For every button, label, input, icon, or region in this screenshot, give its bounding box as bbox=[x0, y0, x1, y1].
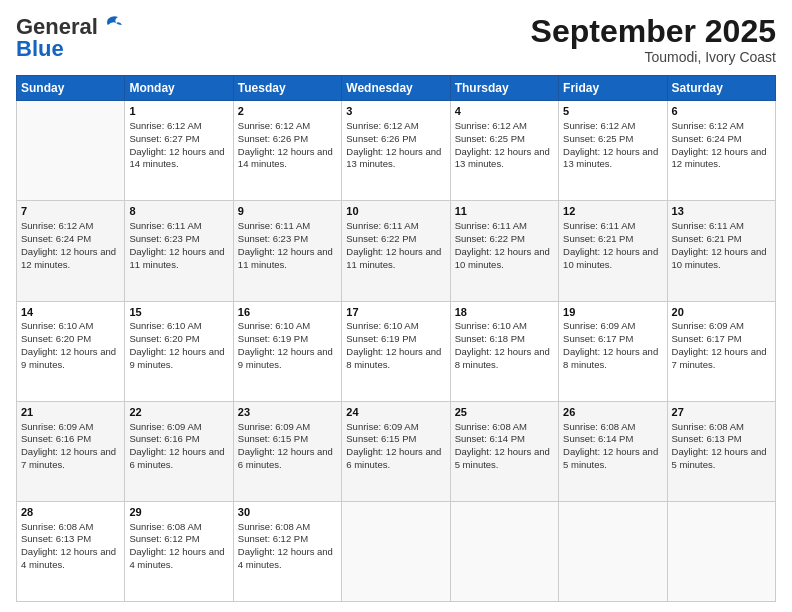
day-number: 23 bbox=[238, 405, 337, 420]
day-info: Sunrise: 6:08 AM bbox=[563, 421, 662, 434]
day-number: 6 bbox=[672, 104, 771, 119]
month-title: September 2025 bbox=[531, 14, 776, 49]
day-info: Sunrise: 6:12 AM bbox=[21, 220, 120, 233]
day-info: Daylight: 12 hours and 14 minutes. bbox=[238, 146, 337, 172]
day-info: Daylight: 12 hours and 5 minutes. bbox=[672, 446, 771, 472]
table-row: 25Sunrise: 6:08 AMSunset: 6:14 PMDayligh… bbox=[450, 401, 558, 501]
table-row: 18Sunrise: 6:10 AMSunset: 6:18 PMDayligh… bbox=[450, 301, 558, 401]
day-number: 16 bbox=[238, 305, 337, 320]
day-number: 9 bbox=[238, 204, 337, 219]
location-subtitle: Toumodi, Ivory Coast bbox=[531, 49, 776, 65]
day-info: Sunset: 6:17 PM bbox=[563, 333, 662, 346]
day-info: Daylight: 12 hours and 10 minutes. bbox=[672, 246, 771, 272]
day-number: 18 bbox=[455, 305, 554, 320]
col-tuesday: Tuesday bbox=[233, 76, 341, 101]
header: General Blue September 2025 Toumodi, Ivo… bbox=[16, 14, 776, 65]
day-info: Sunset: 6:16 PM bbox=[21, 433, 120, 446]
day-info: Sunset: 6:25 PM bbox=[455, 133, 554, 146]
day-info: Sunset: 6:23 PM bbox=[129, 233, 228, 246]
table-row: 14Sunrise: 6:10 AMSunset: 6:20 PMDayligh… bbox=[17, 301, 125, 401]
calendar-week-row: 28Sunrise: 6:08 AMSunset: 6:13 PMDayligh… bbox=[17, 501, 776, 601]
day-info: Sunrise: 6:12 AM bbox=[672, 120, 771, 133]
day-info: Sunset: 6:20 PM bbox=[129, 333, 228, 346]
table-row: 19Sunrise: 6:09 AMSunset: 6:17 PMDayligh… bbox=[559, 301, 667, 401]
day-number: 25 bbox=[455, 405, 554, 420]
table-row: 5Sunrise: 6:12 AMSunset: 6:25 PMDaylight… bbox=[559, 101, 667, 201]
table-row: 23Sunrise: 6:09 AMSunset: 6:15 PMDayligh… bbox=[233, 401, 341, 501]
day-info: Sunset: 6:21 PM bbox=[563, 233, 662, 246]
day-info: Daylight: 12 hours and 14 minutes. bbox=[129, 146, 228, 172]
day-info: Daylight: 12 hours and 13 minutes. bbox=[455, 146, 554, 172]
day-info: Sunset: 6:13 PM bbox=[21, 533, 120, 546]
day-info: Sunrise: 6:10 AM bbox=[455, 320, 554, 333]
day-info: Sunset: 6:14 PM bbox=[563, 433, 662, 446]
day-info: Sunrise: 6:10 AM bbox=[129, 320, 228, 333]
day-info: Daylight: 12 hours and 7 minutes. bbox=[21, 446, 120, 472]
day-info: Daylight: 12 hours and 9 minutes. bbox=[129, 346, 228, 372]
day-info: Daylight: 12 hours and 5 minutes. bbox=[563, 446, 662, 472]
table-row bbox=[450, 501, 558, 601]
table-row: 6Sunrise: 6:12 AMSunset: 6:24 PMDaylight… bbox=[667, 101, 775, 201]
col-monday: Monday bbox=[125, 76, 233, 101]
day-info: Sunset: 6:25 PM bbox=[563, 133, 662, 146]
day-info: Sunrise: 6:08 AM bbox=[21, 521, 120, 534]
table-row: 3Sunrise: 6:12 AMSunset: 6:26 PMDaylight… bbox=[342, 101, 450, 201]
day-info: Sunset: 6:14 PM bbox=[455, 433, 554, 446]
day-info: Daylight: 12 hours and 8 minutes. bbox=[346, 346, 445, 372]
day-info: Daylight: 12 hours and 6 minutes. bbox=[346, 446, 445, 472]
day-info: Daylight: 12 hours and 12 minutes. bbox=[672, 146, 771, 172]
day-info: Daylight: 12 hours and 4 minutes. bbox=[21, 546, 120, 572]
day-info: Sunset: 6:23 PM bbox=[238, 233, 337, 246]
day-info: Sunrise: 6:12 AM bbox=[129, 120, 228, 133]
table-row: 21Sunrise: 6:09 AMSunset: 6:16 PMDayligh… bbox=[17, 401, 125, 501]
logo: General Blue bbox=[16, 14, 122, 62]
day-number: 5 bbox=[563, 104, 662, 119]
day-info: Daylight: 12 hours and 8 minutes. bbox=[455, 346, 554, 372]
day-info: Sunset: 6:22 PM bbox=[346, 233, 445, 246]
day-number: 15 bbox=[129, 305, 228, 320]
day-info: Sunset: 6:27 PM bbox=[129, 133, 228, 146]
day-info: Sunrise: 6:09 AM bbox=[563, 320, 662, 333]
day-info: Sunset: 6:16 PM bbox=[129, 433, 228, 446]
table-row: 15Sunrise: 6:10 AMSunset: 6:20 PMDayligh… bbox=[125, 301, 233, 401]
day-info: Sunrise: 6:08 AM bbox=[129, 521, 228, 534]
day-info: Sunrise: 6:09 AM bbox=[672, 320, 771, 333]
day-info: Sunrise: 6:11 AM bbox=[346, 220, 445, 233]
day-info: Daylight: 12 hours and 6 minutes. bbox=[129, 446, 228, 472]
day-number: 7 bbox=[21, 204, 120, 219]
table-row bbox=[342, 501, 450, 601]
day-info: Sunset: 6:13 PM bbox=[672, 433, 771, 446]
day-info: Daylight: 12 hours and 8 minutes. bbox=[563, 346, 662, 372]
table-row bbox=[559, 501, 667, 601]
day-info: Sunrise: 6:11 AM bbox=[563, 220, 662, 233]
col-sunday: Sunday bbox=[17, 76, 125, 101]
day-info: Daylight: 12 hours and 5 minutes. bbox=[455, 446, 554, 472]
day-info: Daylight: 12 hours and 10 minutes. bbox=[563, 246, 662, 272]
day-number: 13 bbox=[672, 204, 771, 219]
day-info: Daylight: 12 hours and 13 minutes. bbox=[563, 146, 662, 172]
day-info: Sunrise: 6:10 AM bbox=[238, 320, 337, 333]
day-info: Sunrise: 6:11 AM bbox=[672, 220, 771, 233]
day-info: Sunrise: 6:12 AM bbox=[238, 120, 337, 133]
title-section: September 2025 Toumodi, Ivory Coast bbox=[531, 14, 776, 65]
col-wednesday: Wednesday bbox=[342, 76, 450, 101]
table-row: 1Sunrise: 6:12 AMSunset: 6:27 PMDaylight… bbox=[125, 101, 233, 201]
day-number: 28 bbox=[21, 505, 120, 520]
table-row: 12Sunrise: 6:11 AMSunset: 6:21 PMDayligh… bbox=[559, 201, 667, 301]
logo-bird-icon bbox=[100, 15, 122, 35]
day-number: 29 bbox=[129, 505, 228, 520]
day-info: Sunrise: 6:12 AM bbox=[563, 120, 662, 133]
table-row: 13Sunrise: 6:11 AMSunset: 6:21 PMDayligh… bbox=[667, 201, 775, 301]
day-info: Sunrise: 6:08 AM bbox=[238, 521, 337, 534]
calendar-table: Sunday Monday Tuesday Wednesday Thursday… bbox=[16, 75, 776, 602]
table-row: 16Sunrise: 6:10 AMSunset: 6:19 PMDayligh… bbox=[233, 301, 341, 401]
day-info: Sunrise: 6:11 AM bbox=[129, 220, 228, 233]
day-number: 3 bbox=[346, 104, 445, 119]
table-row: 28Sunrise: 6:08 AMSunset: 6:13 PMDayligh… bbox=[17, 501, 125, 601]
day-info: Sunset: 6:18 PM bbox=[455, 333, 554, 346]
day-info: Sunrise: 6:09 AM bbox=[346, 421, 445, 434]
day-info: Sunrise: 6:11 AM bbox=[455, 220, 554, 233]
table-row: 11Sunrise: 6:11 AMSunset: 6:22 PMDayligh… bbox=[450, 201, 558, 301]
day-number: 17 bbox=[346, 305, 445, 320]
logo-blue-text: Blue bbox=[16, 36, 64, 62]
